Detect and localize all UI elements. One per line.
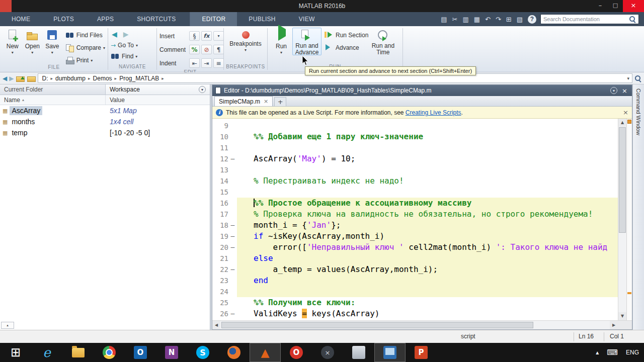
- outlook-icon[interactable]: O: [125, 343, 156, 362]
- breadcrumb-arrow-icon[interactable]: ▸: [162, 76, 164, 81]
- maximize-button[interactable]: □: [608, 0, 623, 12]
- workspace-row[interactable]: ▦temp[-10 -20 -5 0]: [0, 127, 210, 138]
- value-column-header[interactable]: Value: [106, 95, 210, 105]
- breakpoint-gutter[interactable]: –: [228, 231, 237, 242]
- code-text[interactable]: month_i = {'Jan'};: [237, 220, 618, 231]
- new-tab-button[interactable]: +: [274, 97, 286, 106]
- undo-icon[interactable]: ↶: [485, 16, 491, 23]
- chevron-down-icon[interactable]: ▾: [31, 50, 33, 55]
- breadcrumb-segment[interactable]: dumbdump: [54, 75, 87, 82]
- code-editor[interactable]: 910%% Добавим еще 1 пару ключ-значение11…: [212, 119, 618, 320]
- code-text[interactable]: [237, 142, 618, 153]
- close-button[interactable]: ×: [623, 0, 644, 12]
- breakpoint-gutter[interactable]: [228, 286, 237, 297]
- tray-expand-icon[interactable]: ▴: [596, 349, 599, 356]
- help-button[interactable]: ?: [528, 15, 536, 24]
- chevron-down-icon[interactable]: ▾: [51, 50, 53, 55]
- breakpoint-gutter[interactable]: [228, 187, 237, 198]
- breakpoint-gutter[interactable]: –: [228, 308, 237, 319]
- tab-shortcuts[interactable]: SHORTCUTS: [125, 12, 187, 26]
- matlab-icon[interactable]: ▲: [250, 343, 281, 362]
- search-documentation-box[interactable]: Search Documentation: [540, 14, 639, 24]
- onenote-icon[interactable]: N: [156, 343, 187, 362]
- run-and-time-button[interactable]: Run and Time: [368, 28, 397, 55]
- powerpoint-icon[interactable]: P: [406, 343, 437, 362]
- comment-icon[interactable]: %: [189, 45, 200, 54]
- firefox-icon[interactable]: [218, 343, 250, 362]
- smart-indent-icon[interactable]: ≡: [213, 58, 224, 68]
- chevron-down-icon[interactable]: ▾: [280, 50, 282, 55]
- scroll-up-icon[interactable]: ▲: [618, 119, 626, 127]
- save-icon[interactable]: ▤: [441, 16, 447, 23]
- message-indicator-bar[interactable]: [626, 119, 632, 320]
- horizontal-scrollbar-thumb[interactable]: [221, 322, 533, 328]
- code-text[interactable]: % Перестраивать индекс не надо!: [237, 175, 618, 187]
- internet-explorer-icon[interactable]: e: [31, 343, 62, 362]
- code-text[interactable]: AscArray('May') = 10;: [237, 153, 618, 164]
- up-one-level-icon[interactable]: [16, 74, 25, 82]
- display-icon[interactable]: [374, 343, 406, 362]
- chevron-down-icon[interactable]: ▾: [245, 48, 247, 52]
- open-button[interactable]: Open ▾: [23, 28, 43, 55]
- find-files-button[interactable]: Find Files: [65, 31, 105, 39]
- skype-icon[interactable]: S: [187, 343, 218, 362]
- start-button[interactable]: ⊞: [0, 343, 31, 362]
- breakpoints-button[interactable]: Breakpoints ▾: [227, 28, 264, 52]
- code-text[interactable]: %% Добавим еще 1 пару ключ-значение: [237, 131, 618, 142]
- warning-indicator-icon[interactable]: [627, 120, 631, 124]
- horizontal-scrollbar[interactable]: ◀ ▶: [212, 320, 618, 329]
- creating-live-scripts-link[interactable]: Creating Live Scripts: [406, 109, 461, 116]
- advance-button[interactable]: Advance: [325, 44, 368, 52]
- tab-view[interactable]: VIEW: [287, 12, 327, 26]
- code-text[interactable]: ValidKeys = keys(AscArray): [237, 308, 618, 319]
- code-text[interactable]: %% Простое обращение к ассоциативному ма…: [237, 198, 618, 209]
- breakpoint-gutter[interactable]: [228, 175, 237, 187]
- scroll-down-icon[interactable]: ▼: [618, 312, 626, 320]
- code-text[interactable]: end: [237, 275, 618, 286]
- code-text[interactable]: [237, 120, 618, 131]
- paste-icon[interactable]: ▦: [474, 16, 480, 23]
- breakpoint-gutter[interactable]: [228, 297, 237, 308]
- insert-section-icon[interactable]: §: [189, 31, 200, 41]
- redo-icon[interactable]: ↷: [496, 16, 501, 23]
- breadcrumb-arrow-icon[interactable]: ▸: [88, 76, 91, 81]
- keyboard-icon[interactable]: ⌨: [607, 348, 618, 357]
- tab-close-icon[interactable]: ×: [264, 98, 268, 105]
- search-icon[interactable]: [629, 16, 636, 23]
- compare-button[interactable]: Compare ▾: [65, 44, 105, 52]
- breakpoint-gutter[interactable]: [228, 142, 237, 153]
- simulink-icon[interactable]: ▧: [517, 16, 523, 23]
- print-button[interactable]: Print ▾: [65, 56, 105, 64]
- find-button[interactable]: Find ▾: [111, 52, 138, 60]
- breakpoint-gutter[interactable]: [228, 253, 237, 264]
- tab-editor[interactable]: EDITOR: [190, 12, 237, 26]
- code-text[interactable]: % Проверка ключа на валидность не обязат…: [237, 209, 618, 220]
- indent-left-icon[interactable]: ⇤: [189, 58, 200, 68]
- breakpoint-gutter[interactable]: [228, 164, 237, 175]
- vertical-scrollbar-thumb[interactable]: [619, 127, 626, 233]
- tab-home[interactable]: HOME: [0, 12, 42, 26]
- breakpoint-gutter[interactable]: –: [228, 242, 237, 253]
- code-text[interactable]: else: [237, 253, 618, 264]
- breakpoint-gutter[interactable]: –: [228, 153, 237, 164]
- vertical-scrollbar[interactable]: ▲ ▼: [618, 119, 626, 320]
- breakpoint-gutter[interactable]: –: [228, 220, 237, 231]
- workspace-row[interactable]: ▦months1x4 cell: [0, 116, 210, 127]
- code-text[interactable]: [237, 286, 618, 297]
- chevron-down-icon[interactable]: ▾: [103, 46, 105, 50]
- file-explorer-icon[interactable]: [62, 343, 94, 362]
- workspace-panel-tab[interactable]: Workspace ▾: [106, 84, 210, 95]
- breakpoint-gutter[interactable]: [228, 131, 237, 142]
- run-and-advance-button[interactable]: Run and Advance: [292, 28, 321, 55]
- tab-apps[interactable]: APPS: [86, 12, 125, 26]
- info-bar-close-icon[interactable]: ×: [623, 109, 628, 116]
- save-button[interactable]: Save ▾: [42, 28, 62, 55]
- forward-button[interactable]: ▶: [9, 75, 14, 82]
- breakpoint-gutter[interactable]: [228, 275, 237, 286]
- language-indicator[interactable]: ENG: [626, 349, 639, 356]
- editor-close-icon[interactable]: ×: [620, 87, 629, 95]
- code-text[interactable]: if ~isKey(AscArray,month_i): [237, 231, 618, 242]
- breakpoint-gutter[interactable]: [228, 198, 237, 209]
- tab-plots[interactable]: PLOTS: [42, 12, 86, 26]
- wrap-comments-icon[interactable]: ¶: [213, 45, 224, 54]
